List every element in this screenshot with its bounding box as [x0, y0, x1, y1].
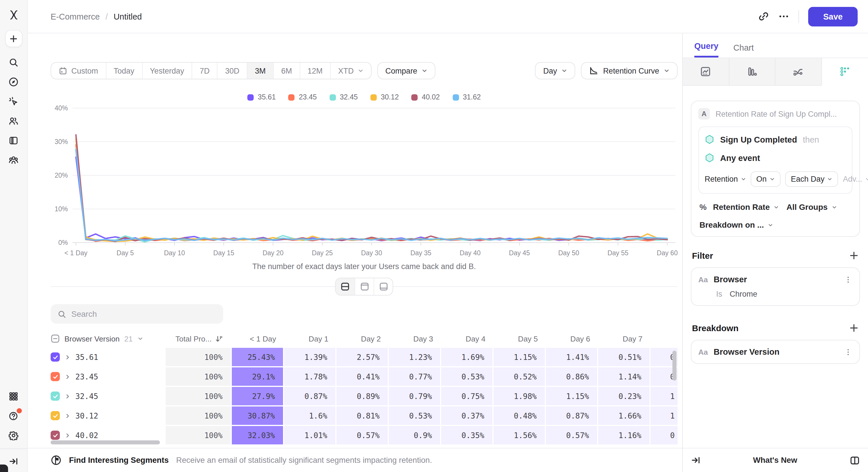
tab-chart[interactable]: Chart — [734, 43, 754, 58]
sidebar-item-settings[interactable] — [7, 430, 20, 441]
sidebar-item-help[interactable] — [7, 410, 20, 422]
date-range-6m[interactable]: 6M — [273, 63, 300, 79]
column-header-5[interactable]: Day 4 — [441, 332, 494, 345]
breadcrumb-title[interactable]: Untitled — [114, 12, 142, 21]
report-toolbar: CustomTodayYesterday7D30D3M6M12MXTD Comp… — [51, 62, 678, 79]
column-header-8[interactable]: Day 7 — [598, 332, 651, 345]
legend-label: 32.45 — [340, 93, 358, 101]
sidebar-item-cursor-click[interactable] — [7, 95, 20, 107]
column-header-7[interactable]: Day 6 — [546, 332, 598, 345]
sidebar-item-users[interactable] — [7, 115, 20, 127]
column-header-2[interactable]: Day 1 — [284, 332, 337, 345]
row-checkbox[interactable] — [51, 372, 60, 381]
date-range-7d[interactable]: 7D — [191, 63, 217, 79]
value-cell: 0.37% — [441, 406, 494, 426]
add-filter-button[interactable] — [849, 251, 859, 261]
tab-query[interactable]: Query — [694, 41, 718, 58]
collapse-panel-icon[interactable] — [691, 455, 701, 465]
sidebar-item-cohorts[interactable] — [7, 154, 20, 166]
legend-item[interactable]: 40.02 — [411, 93, 440, 101]
granularity-dropdown[interactable]: Day — [535, 62, 576, 79]
chart-type-dropdown[interactable]: Retention Curve — [581, 62, 678, 79]
row-checkbox[interactable] — [51, 411, 60, 420]
settings-icon — [9, 431, 19, 440]
view-toggle-top-panel-view[interactable] — [354, 278, 374, 295]
retention-interval-dropdown[interactable]: Each Day — [785, 171, 838, 187]
date-range-yesterday[interactable]: Yesterday — [142, 63, 191, 79]
legend-item[interactable]: 30.12 — [370, 93, 399, 101]
date-range-custom[interactable]: Custom — [51, 63, 105, 79]
chevron-right-icon[interactable] — [64, 373, 71, 380]
breadcrumb-project[interactable]: E-Commerce — [51, 12, 100, 21]
report-tab-insights[interactable] — [683, 58, 729, 86]
date-range-30d[interactable]: 30D — [217, 63, 247, 79]
report-tab-flows[interactable] — [775, 58, 822, 86]
filter-property[interactable]: Browser — [714, 275, 838, 284]
query-title[interactable]: Retention Rate of Sign Up Compl... — [716, 109, 837, 118]
breakdown-property[interactable]: Browser Version — [714, 347, 838, 357]
find-segments-button[interactable]: Find Interesting Segments — [69, 456, 169, 465]
date-range-label: Today — [114, 66, 134, 75]
breadcrumb: E-Commerce / Untitled — [51, 12, 142, 21]
view-toggle-bottom-panel-view[interactable] — [374, 278, 393, 295]
date-range-12m[interactable]: 12M — [300, 63, 330, 79]
expand-sidebar-button[interactable] — [7, 455, 20, 467]
chevron-right-icon[interactable] — [64, 432, 71, 438]
chevron-right-icon[interactable] — [64, 354, 71, 360]
vertical-scrollbar[interactable] — [673, 351, 677, 380]
whats-new-button[interactable]: What's New — [701, 456, 849, 465]
row-label-cell: 30.12 — [51, 406, 166, 426]
breakdown-card: Aa Browser Version — [691, 340, 860, 364]
metric-dropdown[interactable]: Retention Rate — [713, 202, 770, 211]
search-input[interactable] — [71, 309, 216, 318]
legend-item[interactable]: 31.62 — [453, 93, 481, 101]
row-checkbox[interactable] — [51, 352, 60, 362]
row-checkbox[interactable] — [51, 431, 60, 440]
copy-link-button[interactable] — [758, 11, 769, 22]
retention-type-dropdown[interactable]: Retention — [705, 175, 746, 183]
date-range-xtd[interactable]: XTD — [330, 63, 371, 79]
sidebar-item-notebook[interactable] — [7, 135, 20, 146]
view-toggle-split-view[interactable] — [336, 278, 354, 295]
kebab-menu-icon[interactable] — [844, 275, 852, 284]
report-tab-funnels[interactable] — [729, 58, 775, 86]
column-header-4[interactable]: Day 3 — [389, 332, 441, 345]
sidebar-item-search[interactable] — [7, 56, 20, 68]
legend-item[interactable]: 32.45 — [329, 93, 358, 101]
sidebar-item-compass[interactable] — [7, 76, 20, 88]
column-header-0[interactable]: Total Pro... — [166, 332, 232, 345]
filter-operator[interactable]: Is — [716, 290, 722, 298]
flows-icon — [793, 66, 804, 77]
sidebar-item-apps-grid[interactable] — [7, 391, 20, 402]
add-breakdown-button[interactable] — [849, 323, 859, 333]
retention-on-dropdown[interactable]: On — [751, 171, 781, 187]
row-checkbox[interactable] — [51, 392, 60, 401]
columns-layout-icon[interactable] — [849, 455, 860, 465]
query-step-first-event[interactable]: Sign Up Completed then — [705, 135, 846, 144]
chevron-right-icon[interactable] — [64, 393, 71, 399]
column-header-1[interactable]: < 1 Day — [232, 332, 284, 345]
legend-item[interactable]: 35.61 — [247, 93, 276, 101]
kebab-menu-icon[interactable] — [844, 347, 852, 356]
date-range-3m[interactable]: 3M — [247, 63, 273, 79]
filter-value[interactable]: Chrome — [730, 290, 757, 298]
group-column-header[interactable]: Browser Version21 — [51, 332, 166, 345]
compare-button[interactable]: Compare — [377, 62, 436, 79]
save-button[interactable]: Save — [808, 7, 858, 26]
query-step-return-event[interactable]: Any event — [705, 153, 846, 163]
breakdown-on-dropdown[interactable]: Breakdown on ... — [700, 220, 764, 229]
advanced-dropdown[interactable]: Adv... — [843, 175, 868, 183]
chevron-right-icon[interactable] — [64, 412, 71, 419]
column-header-6[interactable]: Day 5 — [494, 332, 546, 345]
report-tab-retention[interactable] — [822, 58, 868, 86]
legend-item[interactable]: 23.45 — [288, 93, 317, 101]
value-cell: 0.87% — [546, 406, 598, 426]
select-all-checkbox[interactable] — [51, 334, 60, 343]
create-new-button[interactable] — [5, 30, 22, 47]
more-options-button[interactable] — [778, 11, 789, 22]
groups-dropdown[interactable]: All Groups — [786, 202, 828, 211]
date-range-today[interactable]: Today — [105, 63, 142, 79]
value-cell: 1.69% — [441, 348, 494, 367]
horizontal-scrollbar[interactable] — [51, 440, 160, 444]
column-header-3[interactable]: Day 2 — [337, 332, 389, 345]
